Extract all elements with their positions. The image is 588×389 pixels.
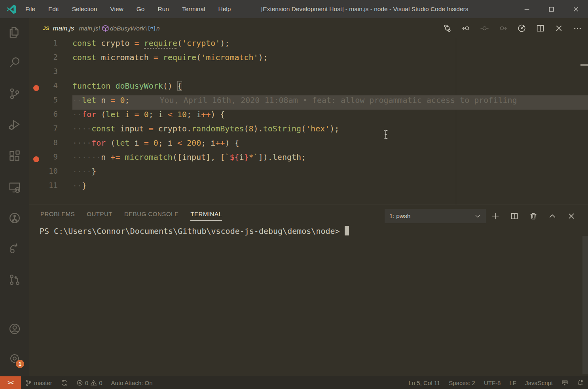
- activity-run-and-debug[interactable]: [0, 114, 29, 136]
- menu-selection[interactable]: Selection: [72, 6, 97, 13]
- split-editor-icon[interactable]: [533, 22, 547, 35]
- code-line-10[interactable]: ····}: [72, 167, 96, 181]
- status-eol[interactable]: LF: [505, 376, 521, 389]
- line-number: 11: [29, 181, 58, 195]
- terminal-scrollbar[interactable]: [582, 236, 588, 374]
- code-row-1: 1const crypto = require('crypto');: [29, 38, 588, 53]
- minimize-button[interactable]: [514, 0, 539, 18]
- github-pr-icon: [9, 274, 21, 286]
- activity-remote-explorer[interactable]: [0, 176, 29, 198]
- status-text: Ln 5, Col 11: [408, 380, 440, 386]
- code-row-4: 4function doBusyWork() {: [29, 81, 588, 95]
- terminal-picker-dropdown[interactable]: 1: pwsh: [385, 209, 486, 223]
- new-terminal-icon[interactable]: [486, 209, 505, 223]
- search-icon: [9, 57, 21, 68]
- activity-debug-profile[interactable]: [0, 207, 29, 229]
- bell-dot-icon: [577, 380, 584, 386]
- more-actions-icon[interactable]: [571, 22, 584, 35]
- code-row-7: 7····const input = crypto.randomBytes(8)…: [29, 124, 588, 138]
- code-row-9: 9······n += micromatch([input], [`${i}*`…: [29, 152, 588, 167]
- code-line-1[interactable]: const crypto = require('crypto');: [72, 38, 230, 53]
- code-row-11: 11··}: [29, 181, 588, 195]
- code-line-8[interactable]: ····for (let i = 0; i < 200; i++) {: [72, 138, 239, 152]
- terminal-prompt-line[interactable]: PS C:\Users\Connor\Documents\Github\vsco…: [40, 226, 349, 236]
- maximize-button[interactable]: [539, 0, 563, 18]
- status-git-branch[interactable]: master: [21, 376, 57, 389]
- status-text: LF: [509, 380, 516, 386]
- terminal-prompt: PS C:\Users\Connor\Documents\Github\vsco…: [40, 226, 340, 236]
- status-sync[interactable]: [57, 376, 72, 389]
- line-number: 8: [29, 138, 58, 152]
- activity-github-pull-requests[interactable]: [0, 269, 29, 291]
- panel-tab-debug-console[interactable]: DEBUG CONSOLE: [124, 211, 178, 221]
- line-number: 2: [29, 53, 58, 67]
- debug-icon: [9, 119, 21, 131]
- status-feedback[interactable]: [557, 376, 573, 389]
- breadcrumb-separator: \: [145, 25, 147, 32]
- code-line-9[interactable]: ······n += micromatch([input], [`${i}*`]…: [72, 152, 306, 167]
- close-editor-icon[interactable]: [552, 22, 565, 35]
- breadcrumb-dobusywork[interactable]: doBusyWork: [110, 25, 145, 32]
- status-text: 0: [85, 380, 88, 386]
- status-encoding[interactable]: UTF-8: [480, 376, 505, 389]
- status-auto-attach[interactable]: Auto Attach: On: [107, 376, 157, 389]
- status-cursor-position[interactable]: Ln 5, Col 11: [404, 376, 444, 389]
- maximize-panel-icon[interactable]: [543, 209, 562, 223]
- symbol-module-icon: [102, 25, 109, 32]
- activity-search[interactable]: [0, 51, 29, 74]
- status-indentation[interactable]: Spaces: 2: [444, 376, 480, 389]
- editor-tab-main-js[interactable]: main.js: [53, 25, 74, 32]
- status-bar: >< master00Auto Attach: On Ln 5, Col 11S…: [0, 376, 588, 389]
- breadcrumb-separator: \: [99, 25, 100, 32]
- status-language-mode[interactable]: JavaScript: [521, 376, 557, 389]
- panel-tab-terminal[interactable]: TERMINAL: [190, 211, 222, 221]
- line-number: 4: [29, 81, 58, 95]
- panel-tab-output[interactable]: OUTPUT: [87, 211, 112, 221]
- menu-file[interactable]: File: [25, 6, 35, 13]
- activity-live-share[interactable]: [0, 237, 29, 260]
- breadcrumb-n[interactable]: n: [156, 25, 160, 32]
- compare-changes-icon[interactable]: [440, 22, 454, 35]
- code-row-2: 2const micromatch = require('micromatch'…: [29, 53, 588, 67]
- git-branch-icon: [9, 88, 21, 100]
- continue-forward-icon: [496, 22, 510, 35]
- status-notifications[interactable]: [573, 376, 588, 389]
- settings-badge: 1: [16, 360, 24, 368]
- remote-explorer-icon: [9, 181, 21, 193]
- panel-toolbar: 1: pwsh: [385, 209, 581, 223]
- panel-tab-problems[interactable]: PROBLEMS: [40, 211, 75, 221]
- breadcrumb-main-js[interactable]: main.js: [79, 25, 98, 32]
- menu-run[interactable]: Run: [157, 6, 169, 13]
- code-line-2[interactable]: const micromatch = require('micromatch')…: [72, 53, 268, 67]
- reverse-continue-icon: [478, 22, 491, 35]
- menu-go[interactable]: Go: [137, 6, 145, 13]
- status-text: JavaScript: [525, 380, 553, 386]
- code-line-6[interactable]: ··for (let i = 0; i < 10; i++) {: [72, 110, 225, 124]
- activity-settings[interactable]: 1: [0, 347, 29, 370]
- code-line-7[interactable]: ····const input = crypto.randomBytes(8).…: [72, 124, 339, 138]
- activity-source-control[interactable]: [0, 83, 29, 105]
- code-editor[interactable]: 1const crypto = require('crypto');2const…: [29, 38, 588, 205]
- extensions-icon: [9, 150, 21, 162]
- bottom-panel: PROBLEMSOUTPUTDEBUG CONSOLETERMINAL 1: p…: [29, 205, 588, 376]
- menu-view[interactable]: View: [110, 6, 123, 13]
- close-panel-icon[interactable]: [562, 209, 581, 223]
- step-back-icon[interactable]: [459, 22, 472, 35]
- code-line-5[interactable]: ··let n = 0;You, April 16th, 2020 11:08a…: [72, 95, 517, 110]
- activity-explorer[interactable]: [0, 21, 29, 44]
- code-row-3: 3: [29, 67, 588, 81]
- status-problems[interactable]: 00: [72, 376, 107, 389]
- remote-indicator[interactable]: ><: [0, 376, 21, 389]
- menu-terminal[interactable]: Terminal: [182, 6, 205, 13]
- code-line-4[interactable]: function doBusyWork() {: [72, 81, 182, 95]
- code-line-11[interactable]: ··}: [72, 181, 87, 195]
- menu-edit[interactable]: Edit: [48, 6, 59, 13]
- activity-extensions[interactable]: [0, 145, 29, 167]
- activity-accounts[interactable]: [0, 318, 29, 340]
- take-performance-profile-icon[interactable]: [515, 22, 528, 35]
- kill-terminal-icon[interactable]: [524, 209, 543, 223]
- terminal-cursor: [345, 226, 349, 235]
- split-terminal-icon[interactable]: [505, 209, 524, 223]
- close-window-button[interactable]: [563, 0, 588, 18]
- menu-help[interactable]: Help: [218, 6, 231, 13]
